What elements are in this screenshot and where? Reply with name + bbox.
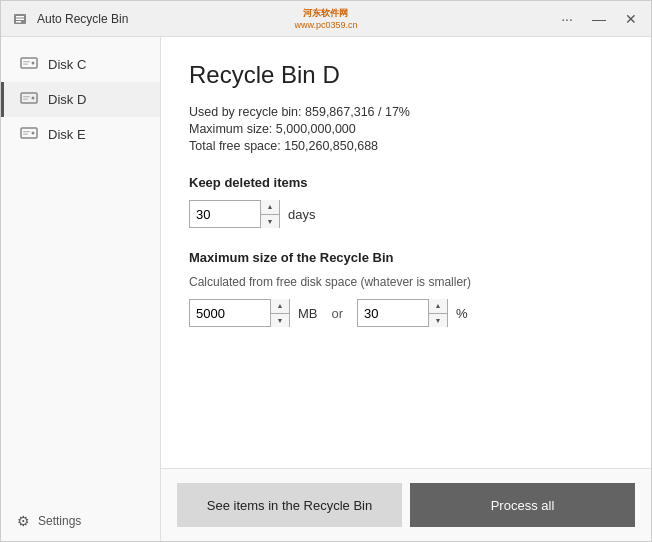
keep-deleted-row: ▲ ▼ days (189, 200, 623, 228)
svg-rect-7 (23, 64, 28, 65)
pct-unit: % (456, 306, 468, 321)
keep-days-unit: days (288, 207, 315, 222)
mb-arrows: ▲ ▼ (270, 299, 289, 327)
title-bar-title: Auto Recycle Bin (37, 12, 128, 26)
sidebar: Disk C Disk D Di (1, 37, 161, 541)
mb-down[interactable]: ▼ (271, 314, 289, 328)
keep-deleted-label: Keep deleted items (189, 175, 623, 190)
max-size-sublabel: Calculated from free disk space (whateve… (189, 275, 623, 289)
svg-rect-8 (21, 93, 37, 103)
sidebar-label-disk-d: Disk D (48, 92, 86, 107)
sidebar-label-disk-c: Disk C (48, 57, 86, 72)
pct-up[interactable]: ▲ (429, 299, 447, 314)
svg-rect-15 (23, 134, 28, 135)
keep-days-spinner[interactable]: ▲ ▼ (189, 200, 280, 228)
mb-unit: MB (298, 306, 318, 321)
svg-point-9 (32, 97, 35, 100)
main-layout: Disk C Disk D Di (1, 37, 651, 541)
page-title: Recycle Bin D (189, 61, 623, 89)
process-all-button[interactable]: Process all (410, 483, 635, 527)
settings-link[interactable]: ⚙ Settings (1, 503, 160, 541)
max-size-label: Maximum size of the Recycle Bin (189, 250, 623, 265)
mb-input[interactable] (190, 300, 270, 326)
title-bar-controls: ··· — ✕ (557, 9, 641, 29)
mb-spinner[interactable]: ▲ ▼ (189, 299, 290, 327)
keep-days-down[interactable]: ▼ (261, 215, 279, 229)
see-items-button[interactable]: See items in the Recycle Bin (177, 483, 402, 527)
sidebar-item-disk-e[interactable]: Disk E (1, 117, 160, 152)
keep-deleted-section: Keep deleted items ▲ ▼ days (189, 175, 623, 228)
info-used: Used by recycle bin: 859,867,316 / 17% (189, 105, 623, 119)
disk-e-icon (20, 125, 38, 144)
settings-label: Settings (38, 514, 81, 528)
bottom-bar: See items in the Recycle Bin Process all (161, 468, 651, 541)
app-icon (11, 10, 29, 28)
keep-days-up[interactable]: ▲ (261, 200, 279, 215)
sidebar-item-disk-d[interactable]: Disk D (1, 82, 160, 117)
minimize-button[interactable]: — (589, 9, 609, 29)
keep-days-input[interactable] (190, 201, 260, 227)
svg-rect-11 (23, 99, 28, 100)
svg-rect-10 (23, 96, 30, 97)
svg-rect-14 (23, 131, 30, 132)
pct-spinner[interactable]: ▲ ▼ (357, 299, 448, 327)
title-bar: Auto Recycle Bin 河东软件网 www.pc0359.cn ···… (1, 1, 651, 37)
settings-icon: ⚙ (17, 513, 30, 529)
watermark-line1: 河东软件网 (294, 7, 357, 20)
max-size-row: ▲ ▼ MB or ▲ ▼ % (189, 299, 623, 327)
close-button[interactable]: ✕ (621, 9, 641, 29)
sidebar-label-disk-e: Disk E (48, 127, 86, 142)
title-bar-left: Auto Recycle Bin (11, 10, 128, 28)
or-label: or (332, 306, 344, 321)
content-area: Recycle Bin D Used by recycle bin: 859,8… (161, 37, 651, 468)
sidebar-item-disk-c[interactable]: Disk C (1, 47, 160, 82)
keep-days-arrows: ▲ ▼ (260, 200, 279, 228)
svg-point-5 (32, 62, 35, 65)
disk-d-icon (20, 90, 38, 109)
more-button[interactable]: ··· (557, 9, 577, 29)
pct-input[interactable] (358, 300, 428, 326)
svg-rect-2 (16, 18, 24, 20)
svg-rect-4 (21, 58, 37, 68)
info-max-size: Maximum size: 5,000,000,000 (189, 122, 623, 136)
watermark-line2: www.pc0359.cn (294, 20, 357, 30)
pct-down[interactable]: ▼ (429, 314, 447, 328)
disk-c-icon (20, 55, 38, 74)
max-size-section: Maximum size of the Recycle Bin Calculat… (189, 250, 623, 327)
svg-rect-6 (23, 61, 30, 62)
svg-point-13 (32, 132, 35, 135)
svg-rect-1 (16, 16, 24, 18)
svg-rect-3 (16, 21, 21, 23)
mb-up[interactable]: ▲ (271, 299, 289, 314)
pct-arrows: ▲ ▼ (428, 299, 447, 327)
info-free-space: Total free space: 150,260,850,688 (189, 139, 623, 153)
svg-rect-12 (21, 128, 37, 138)
